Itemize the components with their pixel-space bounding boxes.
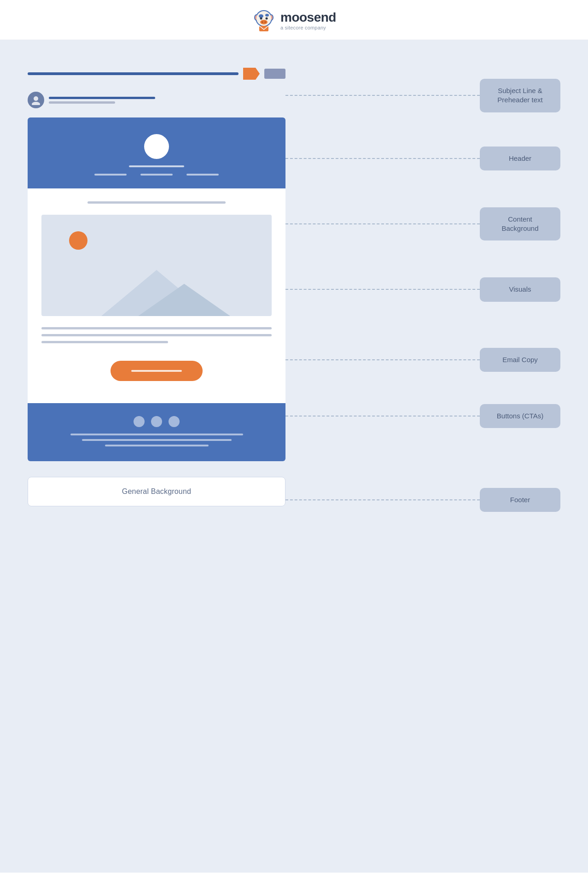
- header-label-button[interactable]: Header: [480, 147, 560, 170]
- preheader-line-top: [49, 97, 155, 99]
- spacer-3: [285, 240, 560, 277]
- main-area: General Background Subject Line &Prehead…: [0, 40, 588, 873]
- cta-label-button[interactable]: Buttons (CTAs): [480, 404, 560, 428]
- social-icon-1: [134, 416, 145, 427]
- content-title-line: [87, 201, 226, 204]
- labels-panel: Subject Line &Preheader text Header Cont…: [285, 63, 560, 512]
- header-connector-row: Header: [285, 147, 560, 170]
- email-copy-label-text: Email Copy: [502, 356, 538, 364]
- subject-dashed-line: [285, 95, 480, 96]
- header-nav-item-1: [94, 174, 127, 176]
- general-background-label: General Background: [122, 487, 191, 495]
- diagram-container: General Background Subject Line &Prehead…: [28, 63, 560, 512]
- content-background-label-text: ContentBackground: [501, 215, 538, 232]
- logo-text-group: moosend a sitecore company: [280, 10, 336, 30]
- image-sun: [69, 231, 87, 250]
- moosend-logo-icon: [252, 8, 276, 32]
- subject-line-label-button[interactable]: Subject Line &Preheader text: [480, 79, 560, 112]
- brand-name: moosend: [280, 10, 336, 25]
- header-label-text: Header: [509, 154, 531, 162]
- footer-label-button[interactable]: Footer: [480, 488, 560, 512]
- preheader-line-bottom: [49, 101, 115, 104]
- svg-point-11: [260, 18, 262, 20]
- cta-dashed-line: [285, 416, 480, 416]
- cta-button-line: [131, 370, 182, 372]
- spacer-5: [285, 372, 560, 404]
- svg-point-7: [265, 14, 269, 17]
- spacer-2: [285, 170, 560, 207]
- general-background-button[interactable]: General Background: [28, 477, 285, 506]
- spacer-1: [285, 112, 560, 147]
- email-content-section: [28, 188, 285, 403]
- visuals-connector-row: Visuals: [285, 277, 560, 301]
- spacer-6: [285, 428, 560, 488]
- visuals-label-button[interactable]: Visuals: [480, 277, 560, 301]
- brand-subtitle: a sitecore company: [280, 25, 336, 30]
- svg-point-8: [260, 20, 268, 24]
- footer-social-icons: [134, 416, 180, 427]
- image-mountains: [41, 261, 272, 316]
- header-nav-item-3: [186, 174, 219, 176]
- header-logo-line: [129, 165, 184, 167]
- subject-line-label-text: Subject Line &Preheader text: [497, 87, 542, 104]
- top-header: moosend a sitecore company: [0, 0, 588, 40]
- cta-area: [41, 356, 272, 390]
- svg-point-12: [266, 18, 268, 20]
- email-copy-connector-row: Email Copy: [285, 348, 560, 372]
- preheader-lines: [49, 97, 285, 104]
- visuals-dashed-line: [285, 289, 480, 290]
- person-icon: [31, 95, 41, 105]
- svg-point-10: [264, 21, 266, 23]
- subject-rect: [264, 69, 285, 79]
- header-nav-item-2: [140, 174, 173, 176]
- email-mockup: General Background: [28, 63, 285, 506]
- footer-line-3: [105, 445, 209, 446]
- text-line-1: [41, 327, 272, 329]
- footer-line-1: [70, 434, 243, 435]
- header-nav-lines: [94, 174, 219, 176]
- subject-line-bar: [28, 72, 239, 75]
- text-line-3: [41, 341, 168, 343]
- content-bg-dashed-line: [285, 223, 480, 224]
- footer-connector-row: Footer: [285, 488, 560, 512]
- svg-point-9: [262, 21, 263, 23]
- header-dashed-line: [285, 158, 480, 159]
- subject-arrow-icon: [243, 68, 260, 80]
- cta-button: [111, 361, 203, 381]
- footer-dashed-line: [285, 499, 480, 500]
- visuals-label-text: Visuals: [509, 285, 531, 293]
- text-lines: [41, 327, 272, 343]
- cta-connector-row: Buttons (CTAs): [285, 404, 560, 428]
- social-icon-2: [151, 416, 162, 427]
- cta-label-text: Buttons (CTAs): [497, 412, 543, 420]
- text-line-2: [41, 334, 272, 336]
- svg-point-15: [32, 102, 40, 105]
- avatar: [28, 92, 44, 108]
- footer-text-lines: [41, 434, 272, 446]
- subject-connector-row: Subject Line &Preheader text: [285, 79, 560, 112]
- image-placeholder: [41, 215, 272, 316]
- svg-point-14: [34, 96, 38, 101]
- email-copy-label-button[interactable]: Email Copy: [480, 348, 560, 372]
- preheader-row: [28, 92, 285, 108]
- footer-label-text: Footer: [510, 496, 530, 504]
- header-avatar: [144, 134, 169, 159]
- spacer-4: [285, 302, 560, 348]
- logo-container: moosend a sitecore company: [252, 8, 336, 32]
- email-footer-section: [28, 403, 285, 461]
- email-copy-dashed-line: [285, 359, 480, 360]
- content-bg-connector-row: ContentBackground: [285, 207, 560, 241]
- subject-line-row: [28, 63, 285, 84]
- social-icon-3: [169, 416, 180, 427]
- content-background-label-button[interactable]: ContentBackground: [480, 207, 560, 241]
- footer-line-2: [82, 439, 232, 441]
- email-header-section: [28, 117, 285, 188]
